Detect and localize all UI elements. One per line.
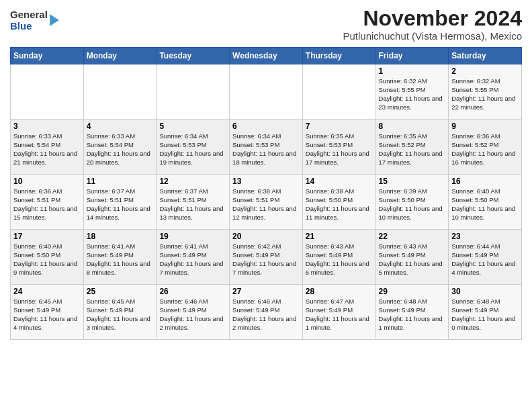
calendar-cell: 14Sunrise: 6:38 AM Sunset: 5:50 PM Dayli…	[302, 175, 375, 230]
calendar: SundayMondayTuesdayWednesdayThursdayFrid…	[10, 47, 522, 340]
calendar-week-row: 24Sunrise: 6:45 AM Sunset: 5:49 PM Dayli…	[11, 285, 522, 340]
day-info: Sunrise: 6:45 AM Sunset: 5:49 PM Dayligh…	[87, 298, 154, 332]
calendar-body: 1Sunrise: 6:32 AM Sunset: 5:55 PM Daylig…	[11, 64, 522, 340]
weekday-header-tuesday: Tuesday	[157, 48, 230, 64]
calendar-cell: 28Sunrise: 6:47 AM Sunset: 5:49 PM Dayli…	[302, 285, 375, 340]
day-number: 26	[159, 287, 226, 296]
calendar-cell: 12Sunrise: 6:37 AM Sunset: 5:51 PM Dayli…	[157, 175, 230, 230]
day-info: Sunrise: 6:40 AM Sunset: 5:50 PM Dayligh…	[13, 242, 81, 277]
day-number: 1	[379, 66, 446, 76]
day-info: Sunrise: 6:46 AM Sunset: 5:49 PM Dayligh…	[232, 298, 300, 332]
day-info: Sunrise: 6:44 AM Sunset: 5:49 PM Dayligh…	[451, 242, 519, 277]
day-info: Sunrise: 6:32 AM Sunset: 5:55 PM Dayligh…	[379, 77, 446, 111]
day-info: Sunrise: 6:40 AM Sunset: 5:50 PM Dayligh…	[451, 187, 519, 222]
day-info: Sunrise: 6:38 AM Sunset: 5:51 PM Dayligh…	[232, 187, 300, 222]
logo-text: General Blue	[10, 9, 48, 32]
calendar-cell: 23Sunrise: 6:44 AM Sunset: 5:49 PM Dayli…	[449, 230, 522, 285]
day-number: 6	[232, 122, 300, 131]
calendar-cell: 26Sunrise: 6:46 AM Sunset: 5:49 PM Dayli…	[157, 285, 230, 340]
weekday-header-friday: Friday	[375, 48, 449, 64]
day-info: Sunrise: 6:34 AM Sunset: 5:53 PM Dayligh…	[159, 132, 226, 167]
day-info: Sunrise: 6:38 AM Sunset: 5:50 PM Dayligh…	[306, 187, 373, 222]
day-number: 19	[159, 232, 226, 241]
calendar-cell	[83, 64, 157, 120]
day-number: 13	[232, 177, 300, 186]
calendar-cell: 6Sunrise: 6:34 AM Sunset: 5:53 PM Daylig…	[230, 120, 303, 175]
calendar-cell: 27Sunrise: 6:46 AM Sunset: 5:49 PM Dayli…	[230, 285, 303, 340]
day-info: Sunrise: 6:43 AM Sunset: 5:49 PM Dayligh…	[306, 242, 373, 277]
calendar-cell: 15Sunrise: 6:39 AM Sunset: 5:50 PM Dayli…	[375, 175, 449, 230]
calendar-week-row: 3Sunrise: 6:33 AM Sunset: 5:54 PM Daylig…	[11, 120, 522, 175]
day-number: 25	[87, 287, 154, 296]
day-info: Sunrise: 6:36 AM Sunset: 5:51 PM Dayligh…	[13, 187, 81, 222]
day-number: 14	[306, 177, 373, 186]
day-number: 15	[379, 177, 446, 186]
day-number: 3	[13, 122, 81, 131]
calendar-cell: 18Sunrise: 6:41 AM Sunset: 5:49 PM Dayli…	[83, 230, 157, 285]
weekday-header-thursday: Thursday	[302, 48, 375, 64]
day-info: Sunrise: 6:48 AM Sunset: 5:49 PM Dayligh…	[379, 298, 446, 332]
day-info: Sunrise: 6:37 AM Sunset: 5:51 PM Dayligh…	[87, 187, 154, 222]
calendar-cell	[230, 64, 303, 120]
day-info: Sunrise: 6:32 AM Sunset: 5:55 PM Dayligh…	[451, 77, 519, 111]
calendar-cell: 11Sunrise: 6:37 AM Sunset: 5:51 PM Dayli…	[83, 175, 157, 230]
header: General Blue November 2024 Putlunichuchu…	[10, 7, 522, 42]
day-number: 2	[451, 66, 519, 76]
weekday-row: SundayMondayTuesdayWednesdayThursdayFrid…	[11, 48, 522, 64]
page: General Blue November 2024 Putlunichuchu…	[0, 0, 532, 411]
day-info: Sunrise: 6:35 AM Sunset: 5:52 PM Dayligh…	[379, 132, 446, 167]
day-info: Sunrise: 6:33 AM Sunset: 5:54 PM Dayligh…	[87, 132, 154, 167]
day-number: 30	[451, 287, 519, 296]
calendar-week-row: 1Sunrise: 6:32 AM Sunset: 5:55 PM Daylig…	[11, 64, 522, 120]
calendar-cell	[157, 64, 230, 120]
calendar-cell: 16Sunrise: 6:40 AM Sunset: 5:50 PM Dayli…	[449, 175, 522, 230]
calendar-cell: 1Sunrise: 6:32 AM Sunset: 5:55 PM Daylig…	[375, 64, 449, 120]
day-number: 8	[379, 122, 446, 131]
day-info: Sunrise: 6:41 AM Sunset: 5:49 PM Dayligh…	[159, 242, 226, 277]
calendar-cell: 19Sunrise: 6:41 AM Sunset: 5:49 PM Dayli…	[157, 230, 230, 285]
calendar-cell: 13Sunrise: 6:38 AM Sunset: 5:51 PM Dayli…	[230, 175, 303, 230]
day-number: 16	[451, 177, 519, 186]
calendar-cell: 10Sunrise: 6:36 AM Sunset: 5:51 PM Dayli…	[11, 175, 84, 230]
calendar-cell: 25Sunrise: 6:45 AM Sunset: 5:49 PM Dayli…	[83, 285, 157, 340]
day-number: 27	[232, 287, 300, 296]
calendar-cell: 24Sunrise: 6:45 AM Sunset: 5:49 PM Dayli…	[11, 285, 84, 340]
day-number: 21	[306, 232, 373, 241]
day-number: 17	[13, 232, 81, 241]
calendar-cell: 20Sunrise: 6:42 AM Sunset: 5:49 PM Dayli…	[230, 230, 303, 285]
day-number: 22	[379, 232, 446, 241]
day-number: 7	[306, 122, 373, 131]
day-info: Sunrise: 6:37 AM Sunset: 5:51 PM Dayligh…	[159, 187, 226, 222]
logo: General Blue	[10, 9, 59, 32]
weekday-header-monday: Monday	[83, 48, 157, 64]
weekday-header-saturday: Saturday	[449, 48, 522, 64]
calendar-cell: 5Sunrise: 6:34 AM Sunset: 5:53 PM Daylig…	[157, 120, 230, 175]
calendar-cell	[11, 64, 84, 120]
calendar-cell: 21Sunrise: 6:43 AM Sunset: 5:49 PM Dayli…	[302, 230, 375, 285]
calendar-cell: 7Sunrise: 6:35 AM Sunset: 5:53 PM Daylig…	[302, 120, 375, 175]
day-number: 10	[13, 177, 81, 186]
weekday-header-sunday: Sunday	[11, 48, 84, 64]
day-info: Sunrise: 6:41 AM Sunset: 5:49 PM Dayligh…	[87, 242, 154, 277]
day-info: Sunrise: 6:42 AM Sunset: 5:49 PM Dayligh…	[232, 242, 300, 277]
day-info: Sunrise: 6:46 AM Sunset: 5:49 PM Dayligh…	[159, 298, 226, 332]
day-info: Sunrise: 6:36 AM Sunset: 5:52 PM Dayligh…	[451, 132, 519, 167]
day-info: Sunrise: 6:48 AM Sunset: 5:49 PM Dayligh…	[451, 298, 519, 332]
calendar-cell: 8Sunrise: 6:35 AM Sunset: 5:52 PM Daylig…	[375, 120, 449, 175]
calendar-cell: 4Sunrise: 6:33 AM Sunset: 5:54 PM Daylig…	[83, 120, 157, 175]
day-info: Sunrise: 6:43 AM Sunset: 5:49 PM Dayligh…	[379, 242, 446, 277]
calendar-cell: 3Sunrise: 6:33 AM Sunset: 5:54 PM Daylig…	[11, 120, 84, 175]
day-number: 29	[379, 287, 446, 296]
calendar-cell: 22Sunrise: 6:43 AM Sunset: 5:49 PM Dayli…	[375, 230, 449, 285]
day-number: 4	[87, 122, 154, 131]
calendar-cell: 30Sunrise: 6:48 AM Sunset: 5:49 PM Dayli…	[449, 285, 522, 340]
day-number: 23	[451, 232, 519, 241]
calendar-cell: 9Sunrise: 6:36 AM Sunset: 5:52 PM Daylig…	[449, 120, 522, 175]
day-info: Sunrise: 6:35 AM Sunset: 5:53 PM Dayligh…	[306, 132, 373, 167]
calendar-week-row: 10Sunrise: 6:36 AM Sunset: 5:51 PM Dayli…	[11, 175, 522, 230]
day-info: Sunrise: 6:34 AM Sunset: 5:53 PM Dayligh…	[232, 132, 300, 167]
calendar-cell	[302, 64, 375, 120]
calendar-week-row: 17Sunrise: 6:40 AM Sunset: 5:50 PM Dayli…	[11, 230, 522, 285]
logo-arrow-icon	[50, 14, 59, 26]
logo-general: General	[10, 9, 48, 21]
